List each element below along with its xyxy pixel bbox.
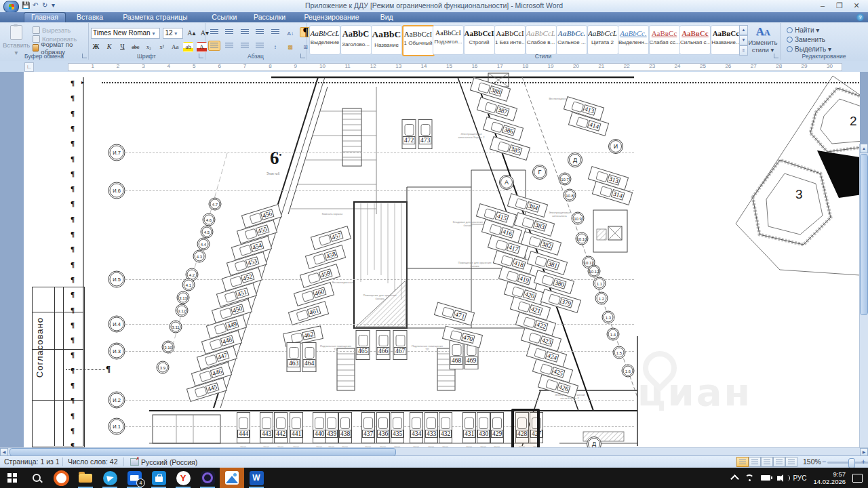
- highlight-button[interactable]: ab: [183, 42, 193, 52]
- style-card[interactable]: AaBbCЗаголово...: [340, 25, 372, 55]
- align-center-icon[interactable]: [223, 41, 235, 51]
- taskbar-store[interactable]: [146, 468, 171, 488]
- fullscreen-view-button[interactable]: [749, 457, 761, 467]
- align-left-icon[interactable]: [208, 41, 220, 51]
- numbering-icon[interactable]: [223, 27, 235, 37]
- grow-font-button[interactable]: A▴: [186, 28, 197, 38]
- zoom-out-icon[interactable]: −: [822, 458, 826, 466]
- page-indicator[interactable]: Страница: 1 из 1: [4, 458, 60, 466]
- taskbar-file-explorer[interactable]: [73, 468, 98, 488]
- close-button[interactable]: ✕: [852, 2, 861, 10]
- style-card[interactable]: AaBbCcLЦитата 2: [587, 25, 618, 55]
- tab-Рецензирование[interactable]: Рецензирование: [298, 12, 366, 22]
- tab-Вставка[interactable]: Вставка: [70, 12, 110, 22]
- style-card[interactable]: АаВвСсСильная с...: [679, 25, 711, 55]
- Найти-button[interactable]: Найти ▾: [787, 25, 831, 35]
- zoom-slider-thumb[interactable]: [848, 458, 855, 468]
- dialog-launcher-icon[interactable]: [300, 54, 305, 58]
- action-center-icon[interactable]: [852, 474, 863, 483]
- vertical-scroll-thumb[interactable]: [860, 154, 868, 315]
- align-right-icon[interactable]: [239, 41, 251, 51]
- italic-button[interactable]: К: [104, 41, 114, 52]
- line-spacing-icon[interactable]: ↕: [269, 43, 281, 53]
- start-button[interactable]: [0, 468, 24, 488]
- justify-icon[interactable]: [254, 41, 266, 51]
- style-card[interactable]: AaBbCcI1 Без инте...: [494, 25, 526, 55]
- multilevel-list-icon[interactable]: [239, 27, 251, 37]
- style-card[interactable]: AaBbCcIСтрогий: [464, 25, 495, 55]
- format-painter-button[interactable]: Формат по образцу: [33, 43, 88, 52]
- taskbar-ring-app[interactable]: [49, 468, 73, 488]
- decrease-indent-icon[interactable]: [254, 27, 266, 37]
- bold-button[interactable]: Ж: [91, 41, 101, 52]
- style-card[interactable]: AaBbCcI1 Обычный: [402, 25, 435, 56]
- style-card[interactable]: АаВвСсНазвание...: [711, 25, 742, 55]
- zoom-in-icon[interactable]: +: [861, 458, 865, 466]
- dialog-launcher-icon[interactable]: [82, 54, 87, 58]
- taskbar-word[interactable]: W: [244, 468, 269, 488]
- style-card[interactable]: AaBbCcLВыделение: [309, 25, 340, 55]
- sort-icon[interactable]: А↓: [284, 29, 296, 39]
- style-card[interactable]: AaBbCНазвание: [371, 25, 402, 55]
- zoom-level[interactable]: 150%: [803, 458, 821, 466]
- Выделить-button[interactable]: Выделить ▾: [787, 44, 831, 54]
- taskbar-opera-app[interactable]: [195, 468, 220, 488]
- cut-button[interactable]: Вырезать: [33, 26, 88, 35]
- word-count[interactable]: Число слов: 42: [68, 458, 118, 466]
- battery-icon[interactable]: [761, 475, 770, 481]
- taskbar-search-button[interactable]: [24, 468, 49, 488]
- vertical-scrollbar[interactable]: ▲ ▼: [859, 144, 868, 488]
- tray-chevron-icon[interactable]: [731, 474, 740, 483]
- paste-button[interactable]: Вставить ▾: [3, 25, 30, 56]
- Заменить-button[interactable]: Заменить: [787, 35, 831, 44]
- gallery-scroll[interactable]: ▲ ▼ ≡: [739, 25, 747, 54]
- car-icon: [479, 418, 488, 429]
- speaker-icon[interactable]: [777, 476, 781, 481]
- tab-Вид[interactable]: Вид: [374, 12, 400, 22]
- wifi-icon[interactable]: [745, 474, 754, 482]
- shading-icon[interactable]: ▩: [284, 43, 296, 53]
- increase-indent-icon[interactable]: [269, 27, 281, 37]
- car-icon: [393, 418, 402, 429]
- tray-clock[interactable]: 9:5714.02.2026: [813, 470, 846, 485]
- bullets-icon[interactable]: [208, 27, 220, 37]
- tab-Главная[interactable]: Главная: [24, 12, 66, 23]
- style-card[interactable]: AaBbCcIПодзагол...: [433, 25, 464, 55]
- taskbar-telegram[interactable]: [98, 468, 122, 488]
- style-card[interactable]: AaBbCcLСлабое в...: [526, 25, 557, 55]
- dialog-launcher-icon[interactable]: [199, 54, 203, 58]
- scroll-up-icon[interactable]: ▲: [860, 144, 868, 153]
- underline-button[interactable]: Ч: [117, 41, 127, 52]
- restore-button[interactable]: ❐: [835, 2, 844, 10]
- strikethrough-button[interactable]: abc: [130, 42, 140, 52]
- horizontal-ruler[interactable]: ∟ 12345678910111213141516171819202122232…: [0, 61, 868, 72]
- stall-number: 436: [377, 430, 389, 438]
- document-page[interactable]: ▸ Согласовано ¶ 6• Этаж №6 циан 2 3 ¶¶¶¶…: [24, 72, 860, 447]
- highlighted-stall-428[interactable]: [511, 409, 540, 447]
- help-icon[interactable]: ?: [856, 14, 864, 21]
- tab-Ссылки[interactable]: Ссылки: [205, 12, 243, 22]
- superscript-button[interactable]: x²: [157, 42, 167, 52]
- tray-language[interactable]: РУС: [793, 474, 806, 482]
- tab-Разметка страницы[interactable]: Разметка страницы: [116, 12, 194, 22]
- dialog-launcher-icon[interactable]: [774, 54, 778, 58]
- taskbar-yandex-browser[interactable]: Y: [171, 468, 195, 488]
- web-layout-view-button[interactable]: [761, 457, 773, 467]
- taskbar-photos-active[interactable]: [220, 468, 244, 488]
- minimize-button[interactable]: –: [818, 2, 827, 10]
- change-styles-button[interactable]: AA Изменить стили ▾: [747, 25, 778, 54]
- subscript-button[interactable]: x₂: [144, 42, 154, 52]
- language-indicator[interactable]: Русский (Россия): [130, 458, 197, 466]
- tab-selector[interactable]: ∟: [24, 62, 34, 72]
- tab-Рассылки[interactable]: Рассылки: [247, 12, 292, 22]
- draft-view-button[interactable]: [785, 457, 797, 467]
- font-name-combo[interactable]: Times New Roman ▾: [91, 28, 160, 39]
- print-layout-view-button[interactable]: [736, 457, 749, 467]
- font-size-combo[interactable]: 12 ▾: [163, 28, 183, 39]
- outline-view-button[interactable]: [773, 457, 785, 467]
- change-case-button[interactable]: Aa: [170, 42, 180, 52]
- taskbar-mail[interactable]: 4: [122, 468, 146, 488]
- style-card[interactable]: AaBbCc.Сильное ...: [556, 25, 587, 55]
- style-card[interactable]: АаВвСсСлабая сс...: [649, 25, 680, 55]
- style-card[interactable]: AaBbCc.Выделенн...: [618, 25, 649, 55]
